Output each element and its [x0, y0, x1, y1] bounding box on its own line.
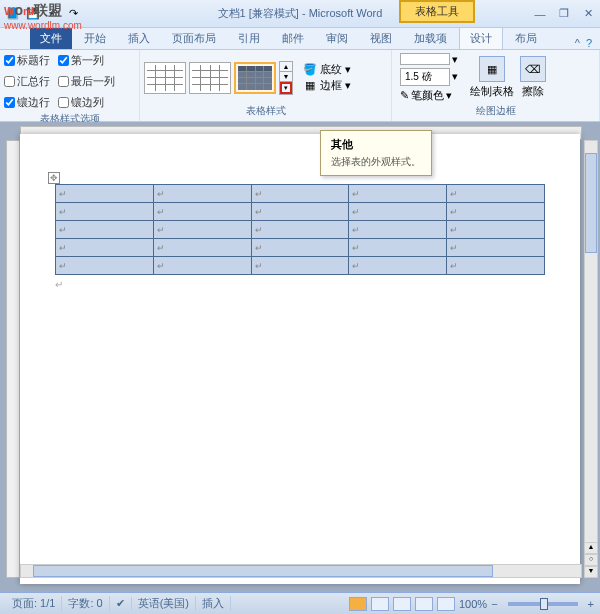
view-full-screen[interactable] — [371, 597, 389, 611]
draw-table-icon: ▦ — [479, 56, 505, 82]
scrollbar-horizontal[interactable] — [20, 564, 582, 578]
table-row: ↵↵↵↵↵ — [56, 203, 545, 221]
borders-button[interactable]: ▦边框▾ — [303, 78, 351, 93]
statusbar: 页面: 1/1 字数: 0 ✔ 英语(美国) 插入 100% − + — [0, 592, 600, 614]
tab-references[interactable]: 引用 — [228, 28, 270, 49]
table-style-3[interactable] — [234, 62, 276, 94]
table-row: ↵↵↵↵↵ — [56, 239, 545, 257]
status-language[interactable]: 英语(美国) — [132, 596, 196, 611]
ribbon-minimize-icon[interactable]: ^ — [575, 37, 580, 49]
group-draw-borders: 绘图边框 — [396, 103, 595, 119]
table-row: ↵↵↵↵↵ — [56, 185, 545, 203]
titlebar: 📘 💾 ↶ ↷ 文档1 [兼容模式] - Microsoft Word 表格工具… — [0, 0, 600, 28]
view-draft[interactable] — [437, 597, 455, 611]
minimize-icon[interactable]: ― — [532, 7, 548, 21]
tab-addins[interactable]: 加载项 — [404, 28, 457, 49]
tab-view[interactable]: 视图 — [360, 28, 402, 49]
ruler-vertical[interactable] — [6, 140, 20, 578]
borders-icon: ▦ — [303, 79, 317, 93]
check-header-row[interactable]: 标题行 — [4, 52, 50, 69]
status-page[interactable]: 页面: 1/1 — [6, 596, 62, 611]
tab-page-layout[interactable]: 页面布局 — [162, 28, 226, 49]
tooltip-desc: 选择表的外观样式。 — [331, 155, 421, 169]
context-tab-table-tools: 表格工具 — [399, 0, 475, 23]
paint-bucket-icon: 🪣 — [303, 63, 317, 77]
scroll-thumb[interactable] — [585, 153, 597, 253]
chevron-down-icon: ▾ — [452, 70, 458, 83]
status-spellcheck-icon[interactable]: ✔ — [110, 597, 132, 610]
tab-review[interactable]: 审阅 — [316, 28, 358, 49]
status-insert-mode[interactable]: 插入 — [196, 596, 231, 611]
zoom-level[interactable]: 100% — [459, 598, 487, 610]
zoom-thumb[interactable] — [540, 598, 548, 610]
page[interactable]: ✥ ↵↵↵↵↵ ↵↵↵↵↵ ↵↵↵↵↵ ↵↵↵↵↵ ↵↵↵↵↵ ↵ — [20, 134, 580, 584]
tab-file[interactable]: 文件 — [30, 28, 72, 49]
browse-next-icon[interactable]: ▼ — [584, 566, 598, 578]
pen-icon: ✎ — [400, 89, 409, 102]
tooltip-title: 其他 — [331, 137, 421, 152]
tab-design[interactable]: 设计 — [459, 26, 503, 49]
tab-home[interactable]: 开始 — [74, 28, 116, 49]
gallery-more-button[interactable]: ▾ — [280, 82, 292, 94]
window-title: 文档1 [兼容模式] - Microsoft Word — [218, 6, 383, 21]
tab-insert[interactable]: 插入 — [118, 28, 160, 49]
view-print-layout[interactable] — [349, 597, 367, 611]
gallery-up-icon[interactable]: ▲ — [280, 62, 292, 72]
check-total-row[interactable]: 汇总行 — [4, 73, 50, 90]
tab-layout[interactable]: 布局 — [505, 28, 547, 49]
chevron-down-icon: ▾ — [345, 63, 351, 76]
line-style-select[interactable] — [400, 53, 450, 65]
close-icon[interactable]: ✕ — [580, 7, 596, 21]
help-icon[interactable]: ? — [586, 37, 592, 49]
eraser-icon: ⌫ — [520, 56, 546, 82]
watermark-url: www.wordlm.com — [4, 20, 82, 31]
table-move-handle[interactable]: ✥ — [48, 172, 60, 184]
eraser-button[interactable]: ⌫擦除 — [520, 56, 546, 99]
table-row: ↵↵↵↵↵ — [56, 257, 545, 275]
document-area: ✥ ↵↵↵↵↵ ↵↵↵↵↵ ↵↵↵↵↵ ↵↵↵↵↵ ↵↵↵↵↵ ↵ ▲ ○ ▼ — [0, 122, 600, 592]
line-weight-select[interactable]: 1.5 磅 — [400, 68, 450, 86]
status-word-count[interactable]: 字数: 0 — [62, 596, 109, 611]
restore-icon[interactable]: ❐ — [556, 7, 572, 21]
browse-object-icon[interactable]: ○ — [584, 554, 598, 566]
chevron-down-icon: ▾ — [345, 79, 351, 92]
paragraph-mark: ↵ — [55, 279, 545, 290]
view-web-layout[interactable] — [393, 597, 411, 611]
tooltip: 其他 选择表的外观样式。 — [320, 130, 432, 176]
ribbon: 标题行 第一列 汇总行 最后一列 镶边行 镶边列 表格样式选项 ▲ ▼ — [0, 50, 600, 122]
table-style-1[interactable] — [144, 62, 186, 94]
check-banded-row[interactable]: 镶边行 — [4, 94, 50, 111]
table-style-gallery: ▲ ▼ ▾ — [144, 61, 293, 95]
scrollbar-vertical[interactable] — [584, 140, 598, 562]
check-banded-col[interactable]: 镶边列 — [58, 94, 104, 111]
chevron-down-icon: ▾ — [446, 89, 452, 102]
pen-color-button[interactable]: ✎笔颜色▾ — [400, 88, 458, 103]
chevron-down-icon: ▾ — [452, 53, 458, 66]
zoom-in-icon[interactable]: + — [588, 598, 594, 610]
table-style-2[interactable] — [189, 62, 231, 94]
scroll-thumb[interactable] — [33, 565, 493, 577]
tab-mailings[interactable]: 邮件 — [272, 28, 314, 49]
view-outline[interactable] — [415, 597, 433, 611]
zoom-slider[interactable] — [508, 602, 578, 606]
draw-table-button[interactable]: ▦绘制表格 — [470, 56, 514, 99]
shading-button[interactable]: 🪣底纹▾ — [303, 62, 351, 77]
check-first-col[interactable]: 第一列 — [58, 52, 104, 69]
zoom-out-icon[interactable]: − — [491, 598, 497, 610]
table-row: ↵↵↵↵↵ — [56, 221, 545, 239]
ribbon-tabs: 文件 开始 插入 页面布局 引用 邮件 审阅 视图 加载项 设计 布局 ^ ? — [0, 28, 600, 50]
check-last-col[interactable]: 最后一列 — [58, 73, 115, 90]
watermark-brand: Word联盟 — [4, 2, 82, 20]
gallery-down-icon[interactable]: ▼ — [280, 72, 292, 82]
group-table-styles: 表格样式 — [144, 103, 387, 119]
browse-prev-icon[interactable]: ▲ — [584, 542, 598, 554]
document-table[interactable]: ↵↵↵↵↵ ↵↵↵↵↵ ↵↵↵↵↵ ↵↵↵↵↵ ↵↵↵↵↵ — [55, 184, 545, 275]
